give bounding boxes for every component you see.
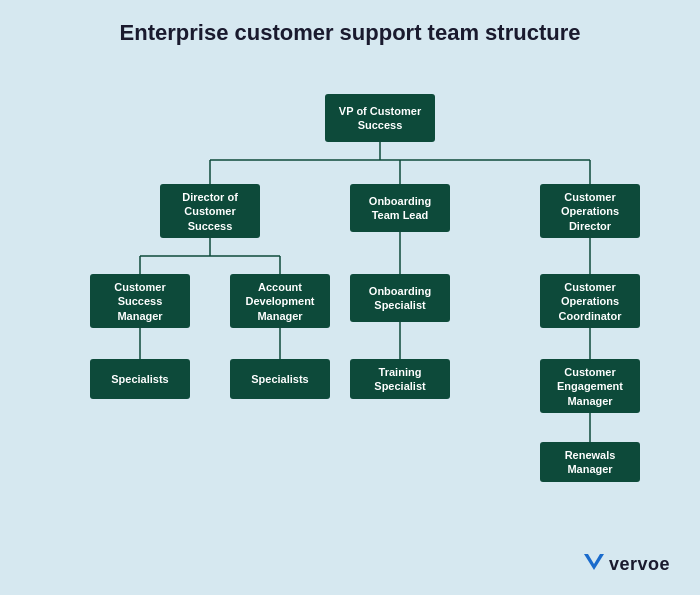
node-spec1: Specialists	[90, 359, 190, 399]
node-spec2: Specialists	[230, 359, 330, 399]
node-onboard-lead: Onboarding Team Lead	[350, 184, 450, 232]
node-cs-manager: Customer Success Manager	[90, 274, 190, 328]
page: Enterprise customer support team structu…	[0, 0, 700, 595]
node-vp: VP of Customer Success	[325, 94, 435, 142]
svg-marker-16	[584, 554, 604, 570]
node-dir-cs: Director of Customer Success	[160, 184, 260, 238]
node-acct-dev-mgr: Account Development Manager	[230, 274, 330, 328]
node-training-spec: Training Specialist	[350, 359, 450, 399]
node-cust-ops-dir: Customer Operations Director	[540, 184, 640, 238]
node-renewals-mgr: Renewals Manager	[540, 442, 640, 482]
logo-text: vervoe	[609, 554, 670, 575]
node-cust-eng-mgr: Customer Engagement Manager	[540, 359, 640, 413]
node-cust-ops-coord: Customer Operations Coordinator	[540, 274, 640, 328]
page-title: Enterprise customer support team structu…	[30, 20, 670, 46]
logo-v-icon	[583, 551, 605, 577]
logo: vervoe	[583, 551, 670, 577]
org-chart: VP of Customer Success Director of Custo…	[30, 64, 670, 564]
node-onboard-spec: Onboarding Specialist	[350, 274, 450, 322]
